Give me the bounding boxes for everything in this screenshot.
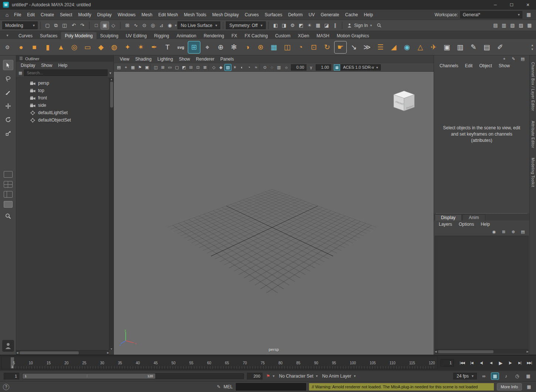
zoom-tool[interactable] — [3, 211, 13, 221]
layout-four-pane-button[interactable] — [4, 181, 13, 188]
redo-icon[interactable]: ↷ — [78, 21, 86, 30]
viewport-menu-item[interactable]: Show — [176, 57, 193, 62]
shelf-menu-icon[interactable]: ▾ — [6, 33, 8, 37]
pin-channel-icon[interactable]: ▤ — [520, 56, 526, 62]
menu-item[interactable]: Create — [38, 12, 57, 17]
shelf-tab[interactable]: UV Editing — [122, 32, 150, 39]
snap-to-view-plane-icon[interactable]: ⊿ — [157, 21, 166, 30]
xray-icon[interactable]: ◌ — [268, 64, 275, 71]
columns-icon[interactable]: ▥ — [454, 41, 467, 54]
select-tool[interactable] — [3, 60, 13, 70]
sidebar-panel-tab[interactable]: Attribute Editor — [531, 121, 535, 148]
sidebar-panel-tab[interactable]: Channel Box / Layer Editor — [531, 62, 535, 111]
time-slider-strip[interactable]: 1 51015202530354045505560657075808590951… — [1, 357, 438, 369]
home-icon[interactable]: ⌂ — [3, 12, 11, 18]
script-editor-icon[interactable]: ▦ — [525, 383, 533, 391]
menu-item[interactable]: Mesh Tools — [181, 12, 209, 17]
channel-box-menu-item[interactable]: Show — [496, 63, 512, 68]
channel-display-icon[interactable]: ⌖ — [501, 56, 507, 62]
lasso-tool[interactable] — [3, 74, 13, 84]
outliner-item[interactable]: defaultLightSet — [16, 109, 113, 116]
filter-icon[interactable]: ▦ — [18, 71, 22, 75]
snap-to-curve-icon[interactable]: ∿ — [132, 21, 140, 30]
shelf-tab[interactable]: XGen — [294, 32, 313, 39]
render-sequence-icon[interactable]: ◪ — [322, 21, 331, 30]
layout-current-button[interactable] — [4, 201, 13, 208]
ambient-occlusion-icon[interactable]: ◔ — [245, 64, 252, 71]
menu-set-select[interactable]: Modeling ▾ — [2, 21, 38, 29]
layer-horizontal-scrollbar[interactable]: ◀ ▶ — [435, 350, 529, 354]
chevron-down-icon[interactable]: ▾ — [273, 374, 275, 378]
playback-range-bar[interactable]: 1 ⁞ 120 — [23, 374, 155, 379]
close-button[interactable]: ✕ — [520, 0, 536, 10]
live-surface-select[interactable]: No Live Surface ▾ — [177, 21, 220, 29]
layout-two-pane-button[interactable] — [4, 191, 13, 198]
channel-box-menu-item[interactable]: Edit — [462, 63, 475, 68]
paint-select-tool[interactable] — [3, 87, 13, 98]
menu-item[interactable]: UV — [306, 12, 318, 17]
shaded-mode-icon[interactable]: ◆ — [217, 64, 224, 71]
symmetry-select[interactable]: Symmetry: Off ▾ — [226, 21, 265, 29]
layer-editor-tab[interactable]: Display — [435, 214, 462, 221]
multi-cut-icon[interactable]: ▦ — [268, 41, 280, 54]
isolate-select-icon[interactable]: ⊙ — [261, 64, 268, 71]
pause-viewport-icon[interactable]: ∥ — [331, 21, 339, 30]
motion-blur-icon[interactable]: ≈ — [252, 64, 259, 71]
rotate-mesh-icon[interactable]: ↻ — [321, 41, 333, 54]
soft-select-hand-icon[interactable]: ☛ — [334, 41, 347, 54]
animation-start-field[interactable]: 1 — [4, 373, 19, 379]
snap-to-grid-icon[interactable]: ⊞ — [123, 21, 132, 30]
layout-single-pane-button[interactable] — [4, 171, 13, 178]
shelf-tab[interactable]: Rigging — [150, 32, 173, 39]
sidebar-panel-tab[interactable]: Modeling Toolkit — [531, 158, 535, 187]
layer-menu-item[interactable]: Help — [478, 222, 492, 227]
workspace-select[interactable]: General* ▾ — [460, 11, 522, 18]
shelf-scroll-down-icon[interactable]: ▼ — [531, 48, 534, 51]
layer-list[interactable] — [435, 236, 529, 350]
viewport-menu-item[interactable]: Lighting — [155, 57, 176, 62]
shadows-icon[interactable]: ◐ — [238, 64, 245, 71]
menu-item[interactable]: Edit — [24, 12, 38, 17]
camera-select-icon[interactable]: ⌖ — [122, 64, 129, 71]
user-avatar[interactable] — [2, 340, 14, 352]
save-scene-icon[interactable]: ◫ — [60, 21, 69, 30]
sign-in-button[interactable]: Sign In ▾ — [345, 23, 374, 28]
help-icon[interactable]: ? — [3, 384, 9, 390]
layer-visibility-icon[interactable]: ◉ — [491, 228, 498, 235]
menu-item[interactable]: Deform — [285, 12, 305, 17]
new-scene-icon[interactable]: ▢ — [43, 21, 52, 30]
quad-draw-icon[interactable]: ⊡ — [308, 41, 320, 54]
poly-cube-icon[interactable]: ■ — [28, 41, 41, 54]
panel-menu-icon[interactable]: ☰ — [19, 56, 23, 61]
viewport-menu-item[interactable]: Renderer — [193, 57, 217, 62]
select-object-icon[interactable]: ▣ — [101, 21, 109, 30]
poly-plane-icon[interactable]: ▭ — [81, 41, 94, 54]
wireframe-mode-icon[interactable]: ◇ — [210, 64, 217, 71]
texture-view-icon[interactable]: ▦ — [314, 21, 322, 30]
poly-torus-icon[interactable]: ◎ — [68, 41, 81, 54]
textured-mode-icon[interactable]: ▧ — [224, 64, 231, 71]
viewport-menu-item[interactable]: Shading — [132, 57, 155, 62]
range-drag-handle[interactable]: ⁞ — [86, 374, 88, 378]
poly-cone-icon[interactable]: ▲ — [55, 41, 67, 54]
scroll-down-icon[interactable]: ▼ — [110, 348, 113, 350]
shelf-tab[interactable]: FX Caching — [241, 32, 272, 39]
outliner-menu-item[interactable]: Help — [56, 63, 69, 68]
scroll-right-icon[interactable]: ▶ — [107, 351, 109, 354]
paper-plane-icon[interactable]: ✈ — [427, 41, 440, 54]
search-icon[interactable] — [375, 21, 383, 30]
add-layer-icon[interactable]: ⊞ — [500, 228, 507, 235]
character-set-select[interactable]: No Character Set ▾ — [278, 374, 319, 379]
render-view-icon[interactable]: ◧ — [271, 21, 280, 30]
pen-line-icon[interactable]: ✐ — [494, 41, 506, 54]
outliner-item[interactable]: side — [16, 102, 113, 109]
outliner-search-input[interactable] — [24, 69, 108, 76]
poly-disc-icon[interactable]: ◆ — [95, 41, 107, 54]
step-forward-key-button[interactable]: ▶| — [515, 358, 524, 367]
add-layer-from-selected-icon[interactable]: ⊕ — [510, 228, 517, 235]
chevron-down-icon[interactable]: ▾ — [175, 23, 177, 27]
bridge-icon[interactable]: ◔ — [294, 41, 307, 54]
safe-title-icon[interactable]: ⊠ — [201, 64, 208, 71]
type-tool-icon[interactable]: T — [161, 41, 174, 54]
sketch-pencil-icon[interactable]: ✎ — [467, 41, 480, 54]
